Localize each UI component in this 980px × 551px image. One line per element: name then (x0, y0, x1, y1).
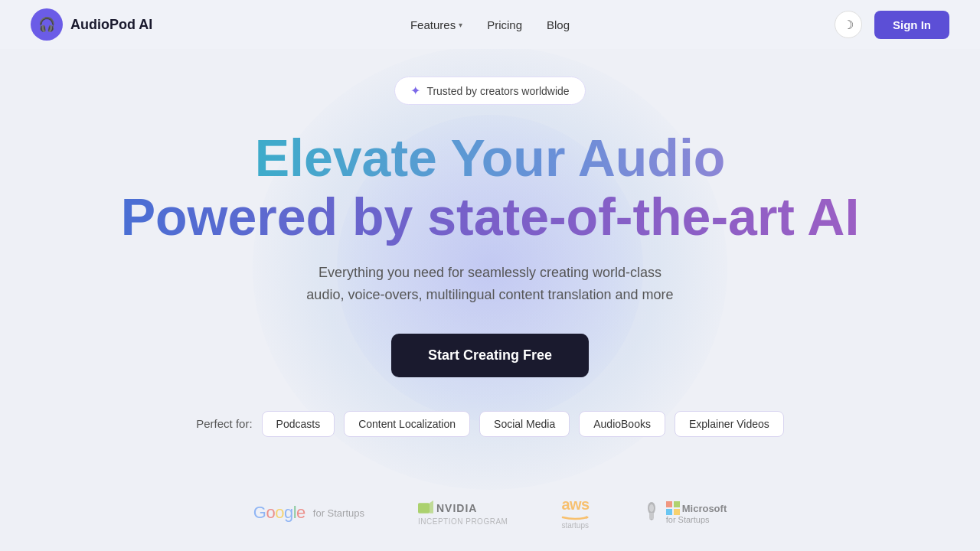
google-partner-logo: Google for Startups (253, 503, 364, 523)
svg-marker-5 (649, 519, 654, 520)
tag-content-localization[interactable]: Content Localization (344, 411, 470, 437)
page-wrapper: 🎧 AudioPod AI Features ▾ Pricing Blog ☽ … (0, 0, 980, 551)
aws-label: startups (561, 521, 589, 530)
microsoft-rocket-icon (643, 500, 660, 525)
tag-explainer-videos[interactable]: Explainer Videos (675, 411, 784, 437)
tag-audiobooks[interactable]: AudioBooks (579, 411, 665, 437)
moon-icon: ☽ (843, 18, 854, 32)
aws-arrow-icon (561, 514, 589, 520)
hero-section: ✦ Trusted by creators worldwide Elevate … (0, 49, 980, 480)
google-label: for Startups (313, 507, 364, 519)
nav-features[interactable]: Features ▾ (410, 18, 462, 31)
ms-squares-icon (666, 501, 680, 515)
headline-line-1: Elevate Your Audio (121, 129, 860, 187)
logo-icon: 🎧 (31, 8, 63, 41)
svg-rect-0 (418, 503, 430, 513)
tag-social-media[interactable]: Social Media (479, 411, 570, 437)
microsoft-label: for Startups (666, 515, 727, 524)
nav-right: ☽ Sign In (835, 11, 949, 39)
microsoft-partner-logo: Microsoft for Startups (643, 500, 727, 525)
badge-text: Trusted by creators worldwide (426, 85, 569, 97)
aws-partner-logo: aws startups (561, 496, 589, 530)
nav-links: Features ▾ Pricing Blog (410, 18, 570, 31)
cta-button[interactable]: Start Creating Free (391, 334, 589, 377)
svg-marker-2 (586, 516, 589, 519)
trusted-badge: ✦ Trusted by creators worldwide (394, 77, 585, 105)
nav-blog[interactable]: Blog (547, 18, 570, 31)
main-headline: Elevate Your Audio Powered by state-of-t… (121, 129, 860, 246)
tag-podcasts[interactable]: Podcasts (262, 411, 335, 437)
navbar: 🎧 AudioPod AI Features ▾ Pricing Blog ☽ … (0, 0, 980, 49)
logo-area[interactable]: 🎧 AudioPod AI (31, 8, 152, 41)
tags-row: Perfect for: Podcasts Content Localizati… (196, 411, 784, 437)
headline-line-2: Powered by state-of-the-art AI (121, 187, 860, 246)
brand-name: AudioPod AI (70, 17, 152, 33)
chevron-down-icon: ▾ (459, 21, 462, 29)
svg-rect-4 (649, 513, 654, 519)
partners-row: Google for Startups NVIDIA INCEPTION PRO… (0, 496, 980, 530)
nvidia-label: INCEPTION PROGRAM (418, 517, 508, 526)
nvidia-eye-icon (418, 500, 433, 516)
svg-point-6 (649, 504, 654, 512)
badge-star-icon: ✦ (410, 83, 420, 98)
svg-marker-1 (430, 500, 433, 514)
perfect-for-label: Perfect for: (196, 417, 252, 430)
nav-pricing[interactable]: Pricing (487, 18, 522, 31)
sign-in-button[interactable]: Sign In (874, 11, 949, 39)
nvidia-partner-logo: NVIDIA INCEPTION PROGRAM (418, 500, 508, 526)
subheadline: Everything you need for seamlessly creat… (306, 262, 673, 306)
theme-toggle-button[interactable]: ☽ (835, 11, 862, 38)
